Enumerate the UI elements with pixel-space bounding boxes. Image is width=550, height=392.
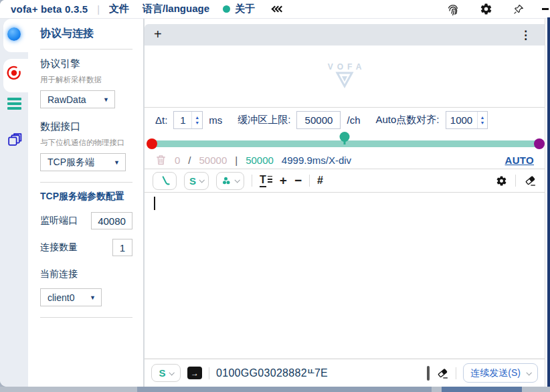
- clear-buffer-trash-icon[interactable]: [155, 154, 167, 166]
- dt-value: 1: [174, 112, 191, 128]
- interface-select-value: TCP服务端: [48, 157, 94, 169]
- chevron-down-icon: [199, 177, 204, 183]
- send-bar: S → 0100GG03028882LL7E: [145, 359, 545, 387]
- text-lines-icon: [268, 176, 272, 183]
- port-input[interactable]: [91, 212, 132, 229]
- interface-heading: 数据接口: [40, 120, 138, 133]
- clear-display-eraser-icon[interactable]: [524, 175, 537, 187]
- titlebar-separator: |: [97, 4, 100, 15]
- send-format-label: S: [159, 367, 165, 379]
- dt-unit: ms: [209, 114, 222, 126]
- buffer-unit: /ch: [347, 114, 360, 126]
- conn-count-label: 连接数量: [40, 241, 78, 254]
- main-area: + ⋮ VOFA Δt: 1 ▲▼ ms 缓冲区上限: /ch: [145, 19, 545, 387]
- send-mode-dropdown[interactable]: 连续发送(S): [463, 363, 538, 383]
- auto-scale-button[interactable]: AUTO: [505, 155, 534, 166]
- dropdown-arrow-icon: ▼: [90, 294, 96, 301]
- toolbar-divider: [309, 175, 310, 187]
- interface-select[interactable]: TCP服务端 ▼: [40, 153, 126, 171]
- menu-about-label: 关于: [235, 3, 255, 15]
- auto-align-label: Auto点数对齐:: [375, 114, 439, 126]
- panel-title: 协议与连接: [40, 27, 138, 41]
- data-toolbar: S T + − #: [145, 169, 545, 193]
- send-mode-label: 连续发送(S): [470, 367, 521, 379]
- protocol-panel: 协议与连接 协议引擎 用于解析采样数据 RawData ▼ 数据接口 与下位机通…: [28, 19, 145, 387]
- payload-suffix: 7E: [314, 367, 328, 379]
- sendbar-splitter-handle[interactable]: [427, 366, 430, 381]
- menu-about[interactable]: 关于: [223, 3, 255, 15]
- settings-gear-icon[interactable]: [480, 3, 492, 15]
- connection-indicator-icon[interactable]: [0, 27, 28, 41]
- slider-handle-right[interactable]: [534, 138, 545, 149]
- pages-layers-icon[interactable]: [0, 131, 28, 148]
- minimize-icon[interactable]: [542, 8, 549, 10]
- dropdown-arrow-icon: ▼: [114, 159, 120, 166]
- port-label: 监听端口: [40, 215, 78, 227]
- fingerprint-icon[interactable]: [446, 3, 460, 16]
- font-decrease-button[interactable]: −: [294, 173, 302, 188]
- slider-handle-center[interactable]: [340, 132, 350, 142]
- sampling-controls: Δt: 1 ▲▼ ms 缓冲区上限: /ch Auto点数对齐: 1000 ▲▼: [145, 107, 545, 132]
- interface-desc: 与下位机通信的物理接口: [40, 138, 138, 148]
- conn-count-input[interactable]: [112, 239, 132, 256]
- tcp-config-heading: TCP服务端参数配置: [40, 191, 138, 203]
- dots-cluster-icon: [221, 176, 232, 185]
- plot-tabbar: + ⋮: [145, 24, 545, 45]
- linebreak-glyph: LL: [308, 368, 314, 375]
- menu-file[interactable]: 文件: [109, 3, 129, 15]
- buffer-status-row: 0 / 50000 | 50000 4999.9ms/X-div AUTO: [145, 151, 545, 169]
- current-conn-select[interactable]: client0 ▼: [40, 288, 102, 306]
- hex-display-button[interactable]: #: [317, 175, 323, 187]
- font-increase-button[interactable]: +: [280, 173, 287, 188]
- titlebar-icons: [446, 3, 543, 16]
- toolbar-right-group: [496, 175, 537, 187]
- engine-format-dropdown[interactable]: S: [184, 172, 209, 190]
- tab-options-kebab-icon[interactable]: ⋮: [520, 28, 545, 42]
- divider: [40, 317, 132, 318]
- titlebar: vofa+ beta 0.3.5 | 文件 语言/language 关于: [0, 0, 550, 19]
- send-button-icon[interactable]: →: [187, 367, 202, 379]
- data-text-area[interactable]: [145, 193, 545, 359]
- engine-select[interactable]: RawData ▼: [40, 90, 115, 108]
- chevron-down-icon: [526, 370, 531, 375]
- mode-sidebar: [0, 19, 28, 387]
- send-format-dropdown[interactable]: S: [151, 364, 181, 382]
- about-status-dot-icon: [223, 5, 230, 13]
- clear-send-eraser-icon[interactable]: [436, 367, 449, 379]
- dt-spinbox[interactable]: 1 ▲▼: [173, 111, 203, 129]
- slider-handle-left[interactable]: [147, 138, 157, 149]
- buffer-range-slider: [145, 132, 545, 151]
- chevron-down-icon: [169, 370, 174, 375]
- chevron-down-icon: [234, 177, 240, 183]
- curve-icon: [159, 175, 171, 187]
- pin-icon[interactable]: [513, 3, 525, 15]
- desktop-strip: [0, 387, 550, 392]
- app-window: vofa+ beta 0.3.5 | 文件 语言/language 关于: [0, 0, 550, 387]
- collapse-panel-icon[interactable]: [272, 7, 282, 11]
- current-conn-value: client0: [48, 292, 74, 303]
- curve-tool-button[interactable]: [153, 172, 177, 190]
- menu-language[interactable]: 语言/language: [143, 3, 209, 15]
- auto-align-value: 1000: [446, 112, 477, 128]
- text-format-button[interactable]: T: [260, 175, 272, 187]
- channel-group-dropdown[interactable]: [216, 172, 244, 190]
- buffer-limit-input[interactable]: [296, 111, 341, 129]
- record-icon[interactable]: [0, 65, 28, 81]
- engine-select-value: RawData: [48, 94, 86, 105]
- spin-arrows-icon[interactable]: ▲▼: [477, 112, 488, 128]
- buffer-capacity: 50000: [199, 155, 227, 166]
- channels-list-icon[interactable]: [0, 98, 28, 110]
- vofa-logo-icon: [333, 72, 356, 90]
- slash-separator: /: [188, 155, 191, 166]
- pipe-separator: |: [235, 155, 238, 166]
- plot-canvas[interactable]: VOFA: [145, 45, 545, 107]
- display-settings-gear-icon[interactable]: [496, 175, 507, 187]
- toolbar-divider: [515, 175, 516, 187]
- add-tab-button[interactable]: +: [145, 27, 162, 42]
- text-caret: [154, 197, 155, 210]
- send-payload-input[interactable]: 0100GG03028882LL7E: [216, 367, 328, 379]
- spin-arrows-icon[interactable]: ▲▼: [191, 112, 202, 128]
- auto-align-spinbox[interactable]: 1000 ▲▼: [446, 111, 488, 129]
- dt-label: Δt:: [155, 114, 167, 126]
- buffer-limit-label: 缓冲区上限:: [238, 114, 290, 126]
